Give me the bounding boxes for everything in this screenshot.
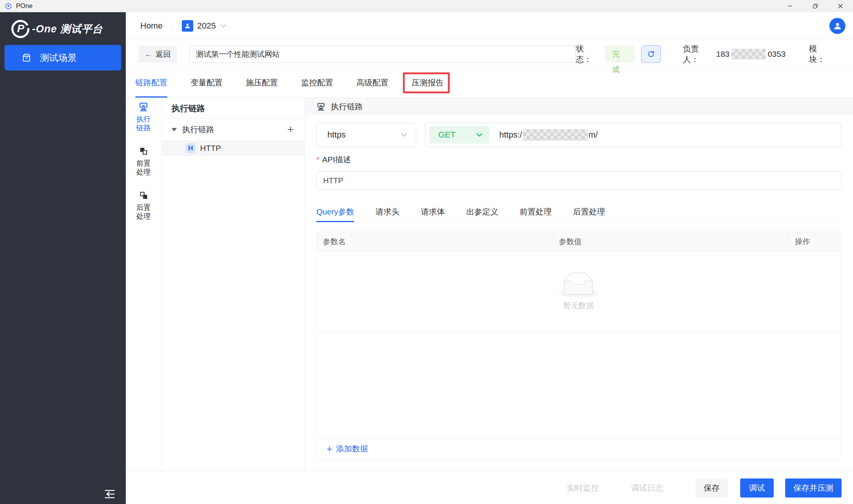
rail-label: 处理 (136, 212, 151, 221)
rail-item-execute-link[interactable]: 执行 链路 (136, 102, 151, 132)
subtab-pre-process[interactable]: 前置处理 (519, 203, 552, 222)
footer-action-bar: 实时监控 调试日志 保存 调试 保存并压测 (126, 472, 853, 504)
api-desc-input[interactable] (316, 171, 842, 190)
rail-label: 前置 (136, 159, 151, 168)
close-button[interactable] (828, 0, 853, 12)
scene-name-input[interactable] (189, 46, 576, 63)
tab-pressure-report[interactable]: 压测报告 (412, 69, 444, 98)
module-label: 模块： (809, 43, 833, 65)
request-editor: 执行链路 https GET http (305, 98, 853, 472)
http-node-label: HTTP (200, 144, 221, 153)
config-tabs: 链路配置 变量配置 施压配置 监控配置 高级配置 压测报告 (126, 69, 853, 98)
refresh-icon (647, 50, 655, 58)
api-desc-label: *API描述 (316, 154, 351, 165)
back-arrow-icon: ← (144, 50, 152, 59)
brand-logo: P -One 测试平台 (0, 12, 126, 39)
subtab-request-headers[interactable]: 请求头 (375, 203, 399, 222)
save-button[interactable]: 保存 (696, 478, 728, 498)
project-chevron-down-icon[interactable] (220, 24, 226, 28)
project-avatar (182, 20, 193, 32)
scene-box-icon (21, 53, 32, 63)
window-controls (778, 0, 853, 12)
http-badge: H (186, 143, 196, 153)
execute-link-icon (138, 102, 149, 112)
column-header-param-value: 参数值 (553, 232, 789, 251)
debug-log-link[interactable]: 调试日志 (631, 483, 663, 493)
link-tree-panel: 执行链路 执行链路 + H HTTP (162, 98, 305, 472)
rail-label: 链路 (136, 123, 151, 132)
tree-node-http[interactable]: H HTTP (162, 140, 305, 156)
content-area: 执行 链路 前置 处理 后置 处理 (126, 98, 853, 472)
window-titlebar: POne (0, 0, 853, 12)
refresh-status-button[interactable] (641, 45, 661, 63)
minimize-button[interactable] (778, 0, 803, 12)
menu-fold-icon (103, 487, 117, 501)
subtab-post-process[interactable]: 后置处理 (573, 203, 605, 222)
add-node-button[interactable]: + (287, 124, 294, 135)
save-and-test-button[interactable]: 保存并压测 (785, 478, 842, 498)
url-input[interactable]: https:/ m/ (499, 129, 598, 141)
owner-field: 负责人： 183 0353 (683, 43, 786, 65)
collapse-sidebar-button[interactable] (103, 487, 117, 501)
status-badge: 完成 (605, 46, 634, 62)
owner-phone-redacted (731, 49, 766, 59)
owner-phone-suffix: 0353 (768, 50, 786, 59)
editor-header-title: 执行链路 (331, 101, 363, 112)
protocol-select[interactable]: https (316, 123, 416, 147)
api-desc-label-text: API描述 (322, 155, 351, 164)
url-suffix: m/ (588, 130, 598, 140)
rail-item-pre-process[interactable]: 前置 处理 (136, 146, 151, 176)
brand-logo-letter: P (17, 22, 24, 35)
request-subtabs: Query参数 请求头 请求体 出参定义 前置处理 后置处理 (316, 203, 842, 222)
user-icon (832, 21, 843, 31)
tab-advanced-config[interactable]: 高级配置 (356, 69, 388, 98)
subtab-query-params[interactable]: Query参数 (316, 203, 354, 222)
sidebar: P -One 测试平台 测试场景 (0, 12, 126, 504)
breadcrumb-project[interactable]: 2025 (197, 21, 216, 31)
account-avatar[interactable] (829, 18, 845, 34)
protocol-value: https (327, 130, 346, 140)
add-data-row-button[interactable]: + 添加数据 (317, 438, 840, 459)
query-params-table: 参数名 参数值 操作 (316, 232, 840, 460)
tab-pressure-config[interactable]: 施压配置 (246, 69, 278, 98)
method-select[interactable]: GET (429, 126, 489, 144)
restore-button[interactable] (803, 0, 828, 12)
user-icon (184, 22, 191, 30)
owner-phone-prefix: 183 (716, 50, 730, 59)
rail-label: 后置 (136, 203, 151, 212)
caret-down-icon[interactable] (172, 128, 177, 131)
column-header-actions: 操作 (789, 232, 840, 251)
rail-item-post-process[interactable]: 后置 处理 (136, 190, 151, 221)
app-header: Home · 2025 (126, 12, 853, 40)
brand-logo-icon: P (11, 19, 30, 39)
table-header-row: 参数名 参数值 操作 (317, 232, 840, 252)
tree-panel-title: 执行链路 (162, 98, 305, 119)
tree-root-label: 执行链路 (182, 124, 214, 135)
empty-state-text: 暂无数据 (563, 301, 594, 311)
breadcrumb-home[interactable]: Home (140, 21, 163, 31)
table-empty-state: 暂无数据 (317, 252, 840, 332)
back-button[interactable]: ← 返回 (138, 46, 177, 62)
subtab-output-params[interactable]: 出参定义 (466, 203, 498, 222)
chevron-down-icon (476, 133, 483, 137)
main-area: Home · 2025 ← 返回 状态： 完成 (126, 12, 853, 504)
empty-inbox-icon (559, 272, 598, 298)
tab-variable-config[interactable]: 变量配置 (191, 69, 223, 98)
sidebar-item-test-scene[interactable]: 测试场景 (5, 45, 121, 70)
tree-root-node[interactable]: 执行链路 + (162, 119, 305, 140)
step-rail: 执行 链路 前置 处理 后置 处理 (126, 98, 162, 472)
plus-icon: + (327, 444, 332, 454)
debug-button[interactable]: 调试 (740, 478, 774, 498)
column-header-param-name: 参数名 (317, 232, 553, 251)
status-label: 状态： (576, 43, 600, 65)
chevron-down-icon (401, 133, 407, 137)
post-process-icon (138, 190, 149, 200)
tab-monitor-config[interactable]: 监控配置 (301, 69, 333, 98)
pre-process-icon (138, 146, 149, 156)
add-data-label: 添加数据 (336, 443, 368, 454)
required-mark: * (316, 155, 319, 164)
realtime-monitor-link[interactable]: 实时监控 (567, 483, 599, 493)
method-value: GET (438, 130, 455, 140)
tab-link-config[interactable]: 链路配置 (135, 69, 167, 98)
subtab-request-body[interactable]: 请求体 (421, 203, 445, 222)
